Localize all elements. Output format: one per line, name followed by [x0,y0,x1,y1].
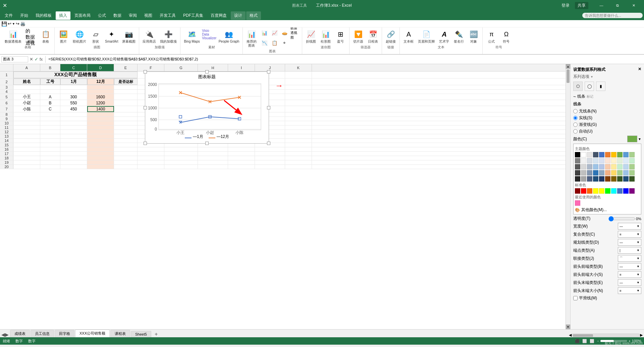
row-header-16[interactable]: 16 [0,147,13,151]
color-swatch[interactable] [605,158,610,163]
color-swatch[interactable] [575,152,580,157]
cell-d15[interactable] [87,143,114,147]
color-swatch[interactable] [617,170,623,176]
cell-a19[interactable] [13,160,40,164]
scroll-track[interactable] [566,69,570,325]
timeline-button[interactable]: 📅 日程表 [366,28,380,44]
cell-k2[interactable] [285,79,312,85]
cell-h17[interactable] [198,152,228,156]
cell-j16[interactable] [255,147,285,151]
cell-c4[interactable] [60,90,87,94]
cell-c5[interactable]: 300 [60,94,87,100]
color-swatch[interactable] [629,176,635,182]
cell-k3[interactable] [285,85,312,89]
cell-e7[interactable] [114,106,138,112]
column-sparkline-button[interactable]: 📊 柱形图 [319,28,332,44]
status-view-pagebreak[interactable]: ⬜ [590,339,594,343]
cell-d12[interactable] [87,130,114,134]
sheet-tab-course[interactable]: 课程表 [110,330,130,337]
cell-d17[interactable] [87,152,114,156]
insert-function-icon[interactable]: fx [40,57,43,62]
name-box[interactable] [1,56,28,62]
smartart-button[interactable]: ✦ SmartArt [104,28,119,44]
color-swatch[interactable] [623,164,629,169]
cell-h16[interactable] [198,147,228,151]
cell-e19[interactable] [114,160,138,164]
row-header-19[interactable]: 19 [0,160,13,164]
signature-button[interactable]: ✒️ 签名行 [452,28,466,44]
cell-c18[interactable] [60,156,87,160]
color-swatch[interactable] [629,188,635,194]
color-swatch[interactable] [617,188,623,194]
cell-c12[interactable] [60,130,87,134]
zoom-out-button[interactable]: − [597,339,599,343]
undo-dropdown-icon[interactable]: ▼ [12,22,15,26]
cell-header-id[interactable]: 工号 [40,79,60,85]
cell-c6[interactable]: 550 [60,100,87,106]
cell-h20[interactable] [198,165,228,169]
line-sparkline-button[interactable]: 📈 折线图 [304,28,318,44]
table-button[interactable]: 📋 表格 [39,28,52,44]
cell-c8[interactable] [60,112,87,116]
color-swatch[interactable] [599,188,604,194]
row-header-13[interactable]: 13 [0,134,13,138]
cell-e20[interactable] [114,165,138,169]
cell-c17[interactable] [60,152,87,156]
color-swatch[interactable] [605,170,610,176]
cell-c7[interactable]: 450 [60,106,87,112]
color-swatch[interactable] [593,176,598,182]
color-swatch[interactable] [611,158,616,163]
col-header-k[interactable]: K [285,64,312,71]
cell-d10[interactable] [87,121,114,125]
cell-a13[interactable] [13,134,40,138]
cell-k18[interactable] [285,156,312,160]
cell-b14[interactable] [40,139,60,143]
cell-c9[interactable] [60,117,87,121]
color-swatch[interactable] [611,188,616,194]
cell-header-name[interactable]: 姓名 [13,79,40,85]
transparency-slider[interactable] [608,216,635,221]
color-swatch[interactable] [575,164,580,169]
cell-d3[interactable] [87,85,114,89]
cell-d19[interactable] [87,160,114,164]
cell-a8[interactable] [13,112,40,116]
pie-chart-button[interactable]: 🥧 [280,28,289,38]
formula-input[interactable] [48,57,643,61]
chart-handle-bm[interactable] [205,142,209,145]
cell-e15[interactable] [114,143,138,147]
radio-solid-line-input[interactable] [573,116,578,120]
radio-auto-line-input[interactable] [573,129,578,134]
cell-b20[interactable] [40,165,60,169]
color-swatch[interactable] [629,152,635,157]
join-dropdown[interactable]: ⌒ ▼ [618,255,641,262]
chart-handle-tl[interactable] [144,70,147,73]
cell-k20[interactable] [285,165,312,169]
color-swatch[interactable] [599,170,604,176]
chart-container[interactable]: 图表标题 2000 1500 1000 500 0 小王 小 [145,71,269,144]
menu-insert[interactable]: 插入 [56,11,70,20]
menu-review[interactable]: 审阅 [125,11,140,20]
color-swatch[interactable] [575,170,580,176]
row-header-1[interactable]: 1 [0,71,13,78]
cell-k17[interactable] [285,152,312,156]
cell-b12[interactable] [40,130,60,134]
color-swatch[interactable] [581,164,586,169]
login-button[interactable]: 登录 [561,3,570,8]
online-picture-button[interactable]: 🌐 联机图片 [71,28,88,44]
more-charts-button[interactable]: 数据透视图 [290,28,300,38]
undo-icon[interactable]: ↩ [8,21,11,26]
cell-f18[interactable] [138,156,164,160]
cell-b18[interactable] [40,156,60,160]
hscroll-right[interactable]: ▶ [640,333,643,337]
cell-h19[interactable] [198,160,228,164]
cell-c20[interactable] [60,165,87,169]
cell-h18[interactable] [198,156,228,160]
col-header-i[interactable]: I [228,64,255,71]
cell-i17[interactable] [228,152,255,156]
cell-c19[interactable] [60,160,87,164]
menu-formula[interactable]: 公式 [95,11,109,20]
color-swatch[interactable] [629,158,635,163]
panel-icon-hex[interactable]: ⬡ [573,82,583,91]
col-header-d[interactable]: D [87,64,114,71]
sheet-tab-grades[interactable]: 成绩表 [10,330,30,337]
